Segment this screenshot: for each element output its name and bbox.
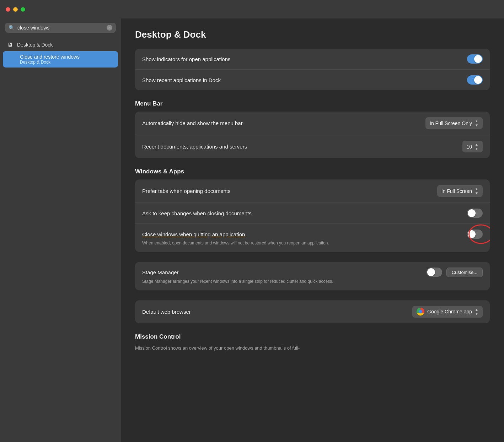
show-recent-apps-row: Show recent applications in Dock (135, 70, 490, 90)
chrome-icon (417, 308, 424, 316)
ask-keep-changes-row: Ask to keep changes when closing documen… (135, 203, 490, 224)
stage-manager-sublabel: Stage Manager arranges your recent windo… (142, 279, 333, 285)
toggle-thumb-2 (474, 76, 482, 84)
default-browser-value: Google Chrome.app (427, 309, 472, 314)
mission-control-sublabel: Mission Control shows an overview of you… (135, 345, 490, 352)
ask-keep-changes-toggle[interactable] (467, 209, 483, 218)
default-browser-dropdown[interactable]: Google Chrome.app ▲ ▼ (412, 306, 483, 318)
close-button[interactable] (6, 7, 10, 12)
show-recent-apps-toggle[interactable] (467, 75, 483, 85)
toggle-thumb (474, 55, 482, 63)
close-windows-label: Close windows when quitting an applicati… (142, 231, 245, 237)
show-indicators-row: Show indicators for open applications (135, 49, 490, 70)
search-input[interactable] (17, 25, 104, 31)
recent-docs-label: Recent documents, applications and serve… (142, 144, 247, 150)
dock-section-card: Show indicators for open applications Sh… (135, 49, 490, 90)
toggle-thumb-4 (468, 230, 476, 238)
stage-manager-row-main: Stage Manager Customise... (142, 268, 483, 277)
show-indicators-toggle[interactable] (467, 54, 483, 64)
sidebar-item-title: Close and restore windows (20, 54, 112, 60)
dropdown-arrows-icon: ▲ ▼ (475, 119, 478, 127)
prefer-tabs-value: In Full Screen (441, 188, 472, 194)
search-clear-button[interactable]: ✕ (107, 25, 112, 31)
close-windows-sublabel: When enabled, open documents and windows… (142, 240, 329, 246)
sidebar-item-subtitle: Desktop & Dock (20, 60, 112, 65)
recent-docs-value: 10 (467, 144, 472, 150)
fullscreen-button[interactable] (21, 7, 25, 12)
menu-bar-section-header: Menu Bar (135, 100, 490, 107)
toggle-thumb-3 (468, 209, 476, 217)
close-windows-row: Close windows when quitting an applicati… (135, 224, 490, 252)
mission-control-section-header: Mission Control (135, 333, 490, 340)
sidebar-category-label: Desktop & Dock (17, 42, 53, 48)
close-windows-row-main: Close windows when quitting an applicati… (142, 230, 483, 239)
minimize-button[interactable] (13, 7, 18, 12)
menu-bar-card: Automatically hide and show the menu bar… (135, 112, 490, 158)
auto-hide-menu-bar-row: Automatically hide and show the menu bar… (135, 112, 490, 135)
auto-hide-menu-bar-label: Automatically hide and show the menu bar (142, 120, 243, 126)
stage-manager-row: Stage Manager Customise... Stage Manager… (135, 262, 490, 290)
browser-dropdown-arrows-icon: ▲ ▼ (475, 308, 478, 316)
search-bar[interactable]: 🔍 ✕ (5, 23, 116, 33)
sidebar: 🔍 ✕ 🖥 Desktop & Dock Close and restore w… (0, 18, 121, 442)
sidebar-category-desktop-dock[interactable]: 🖥 Desktop & Dock (0, 38, 121, 51)
recent-docs-stepper[interactable]: 10 ▲ ▼ (462, 141, 483, 152)
show-recent-apps-label: Show recent applications in Dock (142, 77, 221, 83)
ask-keep-changes-label: Ask to keep changes when closing documen… (142, 210, 252, 216)
prefer-tabs-arrows-icon: ▲ ▼ (475, 187, 478, 195)
close-windows-toggle[interactable] (467, 230, 483, 239)
default-browser-row: Default web browser Google Chrome.app ▲ … (135, 300, 490, 323)
close-windows-toggle-container (467, 230, 483, 239)
stage-manager-label: Stage Manager (142, 269, 179, 275)
customise-button[interactable]: Customise... (446, 268, 483, 277)
recent-docs-row: Recent documents, applications and serve… (135, 135, 490, 158)
prefer-tabs-row: Prefer tabs when opening documents In Fu… (135, 179, 490, 203)
content-area: Desktop & Dock Show indicators for open … (121, 18, 504, 442)
sidebar-item-close-restore[interactable]: Close and restore windows Desktop & Dock (3, 51, 118, 68)
windows-apps-card: Prefer tabs when opening documents In Fu… (135, 179, 490, 252)
default-browser-card: Default web browser Google Chrome.app ▲ … (135, 300, 490, 323)
stepper-arrows-icon: ▲ ▼ (475, 142, 478, 151)
default-browser-label: Default web browser (142, 309, 191, 315)
stage-manager-toggle[interactable] (427, 268, 442, 277)
windows-apps-section-header: Windows & Apps (135, 168, 490, 175)
prefer-tabs-dropdown[interactable]: In Full Screen ▲ ▼ (437, 185, 483, 197)
show-indicators-label: Show indicators for open applications (142, 56, 230, 62)
toggle-thumb-5 (427, 268, 435, 276)
page-title: Desktop & Dock (135, 29, 490, 40)
search-icon: 🔍 (9, 25, 15, 31)
prefer-tabs-label: Prefer tabs when opening documents (142, 188, 231, 194)
desktop-dock-icon: 🖥 (6, 41, 14, 48)
auto-hide-dropdown[interactable]: In Full Screen Only ▲ ▼ (425, 117, 483, 129)
auto-hide-dropdown-value: In Full Screen Only (430, 120, 472, 126)
stage-manager-card: Stage Manager Customise... Stage Manager… (135, 262, 490, 290)
main-layout: 🔍 ✕ 🖥 Desktop & Dock Close and restore w… (0, 18, 504, 442)
title-bar (0, 0, 504, 18)
